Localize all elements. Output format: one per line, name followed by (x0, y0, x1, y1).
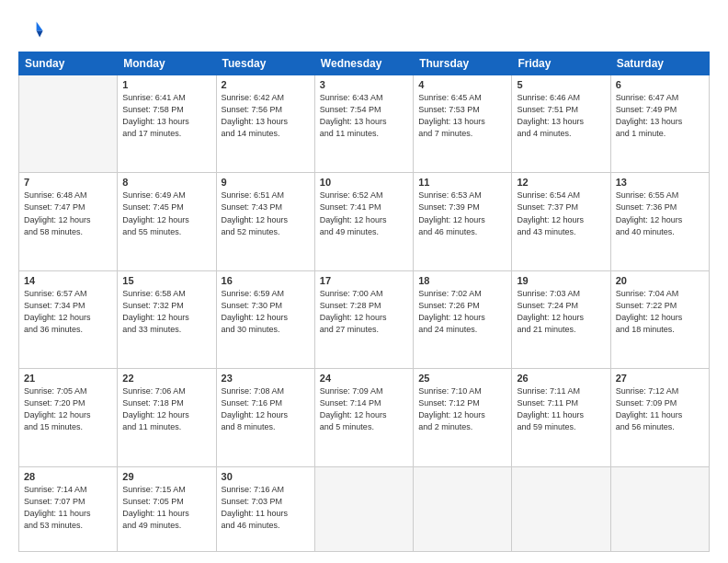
day-info: Sunrise: 6:52 AM Sunset: 7:41 PM Dayligh… (320, 190, 408, 237)
calendar-cell (414, 466, 512, 551)
calendar-cell: 3Sunrise: 6:43 AM Sunset: 7:54 PM Daylig… (314, 75, 413, 173)
day-number: 23 (222, 373, 310, 384)
day-number: 29 (122, 471, 210, 482)
calendar-week-1: 1Sunrise: 6:41 AM Sunset: 7:58 PM Daylig… (19, 75, 710, 173)
day-info: Sunrise: 7:14 AM Sunset: 7:07 PM Dayligh… (24, 484, 112, 532)
calendar-week-3: 14Sunrise: 6:57 AM Sunset: 7:34 PM Dayli… (19, 270, 710, 368)
day-info: Sunrise: 7:06 AM Sunset: 7:18 PM Dayligh… (122, 385, 210, 433)
calendar-cell (610, 466, 709, 551)
day-info: Sunrise: 6:53 AM Sunset: 7:39 PM Dayligh… (418, 190, 506, 237)
day-number: 8 (122, 177, 210, 188)
day-number: 21 (24, 373, 112, 384)
day-number: 10 (320, 177, 408, 188)
day-number: 15 (122, 275, 210, 286)
day-info: Sunrise: 6:47 AM Sunset: 7:49 PM Dayligh… (616, 92, 704, 140)
day-info: Sunrise: 6:55 AM Sunset: 7:36 PM Dayligh… (616, 190, 704, 237)
calendar-cell: 13Sunrise: 6:55 AM Sunset: 7:36 PM Dayli… (610, 173, 709, 270)
calendar-cell: 28Sunrise: 7:14 AM Sunset: 7:07 PM Dayli… (19, 466, 118, 551)
calendar-table: SundayMondayTuesdayWednesdayThursdayFrid… (18, 52, 710, 552)
day-number: 6 (616, 79, 704, 90)
calendar-cell: 4Sunrise: 6:45 AM Sunset: 7:53 PM Daylig… (414, 75, 512, 173)
day-number: 26 (517, 373, 605, 384)
day-info: Sunrise: 7:00 AM Sunset: 7:28 PM Dayligh… (320, 288, 408, 336)
calendar-week-4: 21Sunrise: 7:05 AM Sunset: 7:20 PM Dayli… (19, 369, 710, 466)
calendar-week-5: 28Sunrise: 7:14 AM Sunset: 7:07 PM Dayli… (19, 466, 710, 551)
calendar-cell: 20Sunrise: 7:04 AM Sunset: 7:22 PM Dayli… (610, 270, 709, 368)
day-info: Sunrise: 6:48 AM Sunset: 7:47 PM Dayligh… (24, 190, 112, 237)
day-info: Sunrise: 7:09 AM Sunset: 7:14 PM Dayligh… (320, 385, 408, 433)
day-info: Sunrise: 6:41 AM Sunset: 7:58 PM Dayligh… (122, 92, 210, 140)
day-number: 28 (24, 471, 112, 482)
calendar-cell: 8Sunrise: 6:49 AM Sunset: 7:45 PM Daylig… (118, 173, 216, 270)
day-number: 5 (517, 79, 605, 90)
day-info: Sunrise: 7:08 AM Sunset: 7:16 PM Dayligh… (222, 385, 310, 433)
day-info: Sunrise: 6:45 AM Sunset: 7:53 PM Dayligh… (418, 92, 506, 140)
day-number: 16 (222, 275, 310, 286)
day-number: 2 (222, 79, 310, 90)
day-header-tuesday: Tuesday (216, 52, 314, 75)
day-info: Sunrise: 6:57 AM Sunset: 7:34 PM Dayligh… (24, 288, 112, 336)
header (18, 17, 710, 42)
calendar-cell: 23Sunrise: 7:08 AM Sunset: 7:16 PM Dayli… (216, 369, 314, 466)
day-header-friday: Friday (512, 52, 610, 75)
day-header-wednesday: Wednesday (314, 52, 413, 75)
calendar-cell: 15Sunrise: 6:58 AM Sunset: 7:32 PM Dayli… (118, 270, 216, 368)
day-number: 19 (517, 275, 605, 286)
calendar-cell: 27Sunrise: 7:12 AM Sunset: 7:09 PM Dayli… (610, 369, 709, 466)
calendar-cell: 18Sunrise: 7:02 AM Sunset: 7:26 PM Dayli… (414, 270, 512, 368)
logo-icon (18, 17, 44, 42)
day-info: Sunrise: 7:02 AM Sunset: 7:26 PM Dayligh… (418, 288, 506, 336)
day-number: 9 (222, 177, 310, 188)
day-info: Sunrise: 7:12 AM Sunset: 7:09 PM Dayligh… (616, 385, 704, 433)
calendar-cell: 14Sunrise: 6:57 AM Sunset: 7:34 PM Dayli… (19, 270, 118, 368)
calendar-cell: 1Sunrise: 6:41 AM Sunset: 7:58 PM Daylig… (118, 75, 216, 173)
calendar-cell: 29Sunrise: 7:15 AM Sunset: 7:05 PM Dayli… (118, 466, 216, 551)
calendar-cell: 24Sunrise: 7:09 AM Sunset: 7:14 PM Dayli… (314, 369, 413, 466)
day-info: Sunrise: 7:11 AM Sunset: 7:11 PM Dayligh… (517, 385, 605, 433)
day-info: Sunrise: 6:51 AM Sunset: 7:43 PM Dayligh… (222, 190, 310, 237)
logo (18, 17, 48, 42)
day-number: 22 (122, 373, 210, 384)
page: SundayMondayTuesdayWednesdayThursdayFrid… (0, 0, 728, 563)
day-info: Sunrise: 7:03 AM Sunset: 7:24 PM Dayligh… (517, 288, 605, 336)
day-info: Sunrise: 6:46 AM Sunset: 7:51 PM Dayligh… (517, 92, 605, 140)
day-number: 3 (320, 79, 408, 90)
day-info: Sunrise: 7:04 AM Sunset: 7:22 PM Dayligh… (616, 288, 704, 336)
calendar-cell: 26Sunrise: 7:11 AM Sunset: 7:11 PM Dayli… (512, 369, 610, 466)
calendar-cell: 21Sunrise: 7:05 AM Sunset: 7:20 PM Dayli… (19, 369, 118, 466)
day-number: 13 (616, 177, 704, 188)
calendar-cell (19, 75, 118, 173)
day-header-monday: Monday (118, 52, 216, 75)
calendar-cell: 25Sunrise: 7:10 AM Sunset: 7:12 PM Dayli… (414, 369, 512, 466)
day-info: Sunrise: 6:49 AM Sunset: 7:45 PM Dayligh… (122, 190, 210, 237)
day-number: 14 (24, 275, 112, 286)
day-info: Sunrise: 6:42 AM Sunset: 7:56 PM Dayligh… (222, 92, 310, 140)
calendar-header-row: SundayMondayTuesdayWednesdayThursdayFrid… (19, 52, 710, 75)
day-header-thursday: Thursday (414, 52, 512, 75)
day-number: 18 (418, 275, 506, 286)
day-header-sunday: Sunday (19, 52, 118, 75)
day-info: Sunrise: 6:59 AM Sunset: 7:30 PM Dayligh… (222, 288, 310, 336)
day-info: Sunrise: 6:58 AM Sunset: 7:32 PM Dayligh… (122, 288, 210, 336)
calendar-cell: 7Sunrise: 6:48 AM Sunset: 7:47 PM Daylig… (19, 173, 118, 270)
day-number: 24 (320, 373, 408, 384)
day-header-saturday: Saturday (610, 52, 709, 75)
calendar-cell: 2Sunrise: 6:42 AM Sunset: 7:56 PM Daylig… (216, 75, 314, 173)
day-info: Sunrise: 7:10 AM Sunset: 7:12 PM Dayligh… (418, 385, 506, 433)
svg-marker-1 (37, 30, 43, 37)
day-number: 17 (320, 275, 408, 286)
day-info: Sunrise: 7:05 AM Sunset: 7:20 PM Dayligh… (24, 385, 112, 433)
calendar-cell: 30Sunrise: 7:16 AM Sunset: 7:03 PM Dayli… (216, 466, 314, 551)
day-info: Sunrise: 7:15 AM Sunset: 7:05 PM Dayligh… (122, 484, 210, 532)
calendar-cell (314, 466, 413, 551)
day-number: 1 (122, 79, 210, 90)
calendar-cell (512, 466, 610, 551)
calendar-cell: 22Sunrise: 7:06 AM Sunset: 7:18 PM Dayli… (118, 369, 216, 466)
day-number: 11 (418, 177, 506, 188)
day-info: Sunrise: 7:16 AM Sunset: 7:03 PM Dayligh… (222, 484, 310, 532)
calendar-cell: 16Sunrise: 6:59 AM Sunset: 7:30 PM Dayli… (216, 270, 314, 368)
calendar-cell: 12Sunrise: 6:54 AM Sunset: 7:37 PM Dayli… (512, 173, 610, 270)
day-info: Sunrise: 6:43 AM Sunset: 7:54 PM Dayligh… (320, 92, 408, 140)
day-info: Sunrise: 6:54 AM Sunset: 7:37 PM Dayligh… (517, 190, 605, 237)
day-number: 27 (616, 373, 704, 384)
